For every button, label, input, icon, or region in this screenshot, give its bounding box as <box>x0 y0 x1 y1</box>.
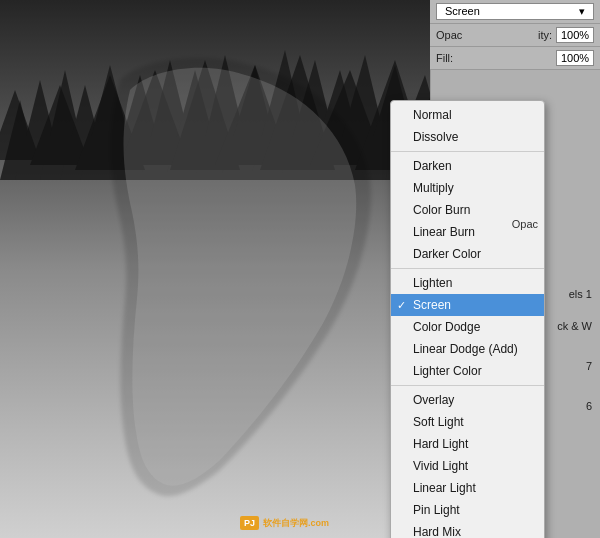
blend-mode-option-normal[interactable]: Normal <box>391 104 544 126</box>
blend-mode-option-hard-mix[interactable]: Hard Mix <box>391 521 544 538</box>
blend-mode-row: Screen ▾ <box>430 0 600 24</box>
value-6: 6 <box>586 400 592 412</box>
blend-mode-option-darker-color[interactable]: Darker Color <box>391 243 544 265</box>
blend-mode-option-soft-light[interactable]: Soft Light <box>391 411 544 433</box>
value-7: 7 <box>586 360 592 372</box>
blend-mode-dropdown-menu: NormalDissolveDarkenMultiplyColor BurnLi… <box>390 100 545 538</box>
blend-mode-option-linear-dodge[interactable]: Linear Dodge (Add) <box>391 338 544 360</box>
blend-mode-option-screen[interactable]: Screen <box>391 294 544 316</box>
watermark-site: 软件自学网.com <box>263 517 329 530</box>
blend-mode-option-color-dodge[interactable]: Color Dodge <box>391 316 544 338</box>
fill-row: Fill: 100% <box>430 47 600 70</box>
opacity-label: Opac <box>436 29 462 41</box>
opacity-row: Opac ity: 100% <box>430 24 600 47</box>
opacity-input[interactable]: 100% <box>556 27 594 43</box>
dropdown-arrow-icon: ▾ <box>579 5 585 18</box>
watermark: PJ 软件自学网.com <box>240 516 329 530</box>
fill-input[interactable]: 100% <box>556 50 594 66</box>
menu-separator <box>391 151 544 152</box>
menu-separator <box>391 385 544 386</box>
blend-mode-option-hard-light[interactable]: Hard Light <box>391 433 544 455</box>
menu-separator <box>391 268 544 269</box>
blend-mode-selector[interactable]: Screen ▾ <box>436 3 594 20</box>
blend-mode-option-lighter-color[interactable]: Lighter Color <box>391 360 544 382</box>
blend-mode-option-darken[interactable]: Darken <box>391 155 544 177</box>
blend-mode-option-multiply[interactable]: Multiply <box>391 177 544 199</box>
blend-mode-option-overlay[interactable]: Overlay <box>391 389 544 411</box>
watermark-logo: PJ <box>240 516 259 530</box>
opacity-label-2: ity: <box>538 29 552 41</box>
blend-mode-option-linear-light[interactable]: Linear Light <box>391 477 544 499</box>
panels-label: els 1 <box>569 288 592 300</box>
svg-rect-17 <box>17 160 22 180</box>
blend-mode-option-pin-light[interactable]: Pin Light <box>391 499 544 521</box>
ck-w-label: ck & W <box>557 320 592 332</box>
blend-mode-option-lighten[interactable]: Lighten <box>391 272 544 294</box>
opac-side-label: Opac <box>512 218 538 230</box>
blend-mode-option-vivid-light[interactable]: Vivid Light <box>391 455 544 477</box>
blend-mode-value: Screen <box>445 5 480 17</box>
blend-mode-option-dissolve[interactable]: Dissolve <box>391 126 544 148</box>
fill-label: Fill: <box>436 52 453 64</box>
